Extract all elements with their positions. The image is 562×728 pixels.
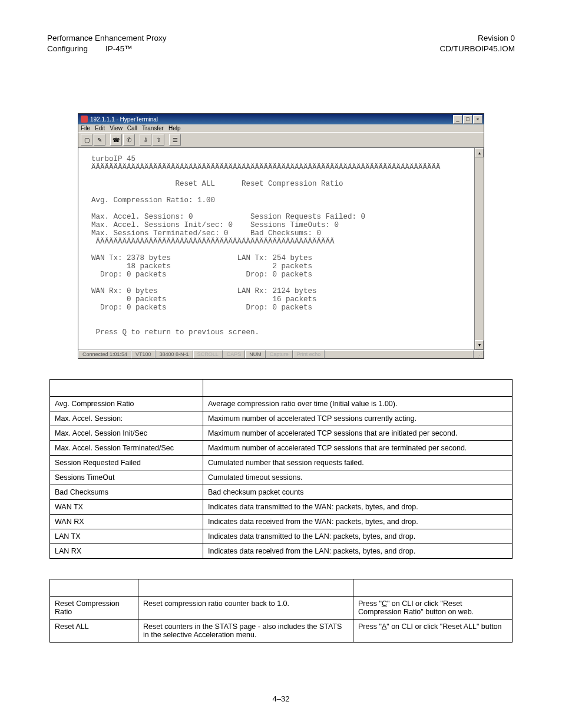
send-icon[interactable]: ⇩ xyxy=(140,134,151,146)
table-row: Max. Accel. Session Init/SecMaximum numb… xyxy=(50,426,513,441)
menu-call[interactable]: Call xyxy=(127,125,137,131)
status-scroll: SCROLL xyxy=(193,350,223,358)
table-row: WAN TXIndicates data transmitted to the … xyxy=(50,500,513,515)
header-right: Revision 0 CD/TURBOIP45.IOM xyxy=(439,33,515,54)
window-titlebar[interactable]: 192.1.1.1 - HyperTerminal _ □ × xyxy=(78,114,484,124)
toolbar: ▢ ✎ ☎ ✆ ⇩ ⇧ ☰ xyxy=(78,132,484,147)
status-baud: 38400 8-N-1 xyxy=(156,350,193,358)
status-capture: Capture xyxy=(266,350,293,358)
header-configuring: Configuring xyxy=(47,44,88,53)
vertical-scrollbar[interactable]: ▴ ▾ xyxy=(474,148,484,350)
status-num: NUM xyxy=(245,350,266,358)
table-row: Reset ALL Reset counters in the STATS pa… xyxy=(50,620,513,643)
table-row: LAN TXIndicates data transmitted to the … xyxy=(50,529,513,544)
header-model: IP-45™ xyxy=(105,44,133,53)
maximize-button[interactable]: □ xyxy=(463,115,472,124)
header-subline: Configuring IP-45™ xyxy=(47,44,167,54)
menubar: File Edit View Call Transfer Help xyxy=(78,124,484,132)
terminal-output[interactable]: turboIP 45 ÄÄÄÄÄÄÄÄÄÄÄÄÄÄÄÄÄÄÄÄÄÄÄÄÄÄÄÄÄ… xyxy=(78,148,474,350)
menu-file[interactable]: File xyxy=(81,125,90,131)
menu-transfer[interactable]: Transfer xyxy=(142,125,164,131)
header-left: Performance Enhancement Proxy Configurin… xyxy=(47,33,167,54)
document-page: Performance Enhancement Proxy Configurin… xyxy=(0,0,562,728)
properties-icon[interactable]: ☰ xyxy=(169,134,181,146)
header-product: Performance Enhancement Proxy xyxy=(47,33,167,44)
close-button[interactable]: × xyxy=(473,115,482,124)
table-row: Bad ChecksumsBad checksum packet counts xyxy=(50,485,513,500)
app-icon xyxy=(81,116,88,123)
receive-icon[interactable]: ⇧ xyxy=(153,134,164,146)
header-docid: CD/TURBOIP45.IOM xyxy=(439,44,515,54)
status-emulation: VT100 xyxy=(131,350,156,358)
disconnect-icon[interactable]: ✆ xyxy=(123,134,135,146)
menu-edit[interactable]: Edit xyxy=(95,125,105,131)
menu-help[interactable]: Help xyxy=(168,125,181,131)
new-doc-icon[interactable]: ▢ xyxy=(81,134,92,146)
statusbar: Connected 1:01:54 VT100 38400 8-N-1 SCRO… xyxy=(78,350,484,358)
page-number: 4–32 xyxy=(0,694,562,703)
table-row: Max. Accel. Session Terminated/SecMaximu… xyxy=(50,441,513,456)
header-revision: Revision 0 xyxy=(439,33,515,44)
open-icon[interactable]: ✎ xyxy=(94,134,105,146)
definitions-table: Avg. Compression RatioAverage compressio… xyxy=(49,379,513,559)
commands-table: Reset Compression Ratio Reset compressio… xyxy=(49,579,513,643)
table-row: Avg. Compression RatioAverage compressio… xyxy=(50,397,513,411)
table-row: Sessions TimeOutCumulated timeout sessio… xyxy=(50,470,513,485)
resize-grip-icon[interactable]: ⋰ xyxy=(474,350,484,358)
status-connection: Connected 1:01:54 xyxy=(78,350,131,358)
menu-view[interactable]: View xyxy=(110,125,123,131)
table-row: Max. Accel. Session:Maximum number of ac… xyxy=(50,411,513,426)
page-header: Performance Enhancement Proxy Configurin… xyxy=(47,33,515,54)
connect-icon[interactable]: ☎ xyxy=(110,134,122,146)
table-row: WAN RXIndicates data received from the W… xyxy=(50,515,513,529)
table-row: Reset Compression Ratio Reset compressio… xyxy=(50,597,513,620)
window-controls: _ □ × xyxy=(453,115,482,124)
table-row: LAN RXIndicates data received from the L… xyxy=(50,544,513,559)
table-row: Session Requested FailedCumulated number… xyxy=(50,456,513,470)
scroll-up-icon[interactable]: ▴ xyxy=(475,148,484,157)
hyperterminal-window: 192.1.1.1 - HyperTerminal _ □ × File Edi… xyxy=(78,113,484,359)
minimize-button[interactable]: _ xyxy=(453,115,462,124)
window-title: 192.1.1.1 - HyperTerminal xyxy=(90,116,158,123)
status-caps: CAPS xyxy=(223,350,246,358)
status-echo: Print echo xyxy=(293,350,325,358)
scroll-down-icon[interactable]: ▾ xyxy=(475,340,484,350)
